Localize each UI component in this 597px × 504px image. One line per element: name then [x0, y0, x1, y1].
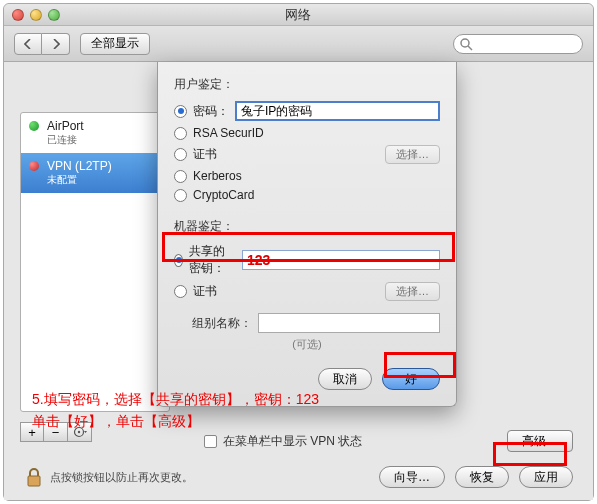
back-button[interactable] — [14, 33, 42, 55]
radio-icon — [174, 254, 183, 267]
radio-icon — [174, 170, 187, 183]
sidebar-item-vpn[interactable]: VPN (L2TP) 未配置 — [21, 153, 169, 193]
svg-rect-4 — [28, 476, 40, 486]
radio-icon — [174, 148, 187, 161]
zoom-icon[interactable] — [48, 9, 60, 21]
chevron-right-icon — [52, 39, 60, 49]
revert-button[interactable]: 恢复 — [455, 466, 509, 488]
ok-button[interactable]: 好 — [382, 368, 440, 390]
groupname-label: 组别名称： — [174, 315, 252, 332]
sidebar-item-label: AirPort — [47, 119, 159, 133]
auth-sheet: 用户鉴定： 密码： RSA SecurID 证书 选择… Kerberos — [157, 62, 457, 407]
sidebar-item-sub: 已连接 — [47, 133, 159, 147]
choose-cert-button[interactable]: 选择… — [385, 145, 440, 164]
groupname-field[interactable] — [258, 313, 440, 333]
close-icon[interactable] — [12, 9, 24, 21]
sidebar-item-airport[interactable]: AirPort 已连接 — [21, 113, 169, 153]
status-dot-icon — [29, 161, 39, 171]
radio-label: 证书 — [193, 283, 217, 300]
radio-kerberos[interactable]: Kerberos — [174, 169, 440, 183]
radio-cert[interactable]: 证书 选择… — [174, 145, 440, 164]
toolbar: 全部显示 — [4, 26, 593, 62]
checkbox-icon — [204, 435, 217, 448]
checkbox-label: 在菜单栏中显示 VPN 状态 — [223, 433, 362, 450]
shared-key-field[interactable] — [242, 250, 440, 270]
password-field[interactable] — [235, 101, 440, 121]
radio-icon — [174, 189, 187, 202]
search-icon — [459, 37, 473, 51]
radio-rsa[interactable]: RSA SecurID — [174, 126, 440, 140]
traffic-lights — [12, 9, 60, 21]
advanced-button[interactable]: 高级… — [507, 430, 573, 452]
radio-icon — [174, 285, 187, 298]
nav-back-forward — [14, 33, 70, 55]
bottom-buttons: 向导… 恢复 应用 — [379, 466, 573, 488]
sidebar-item-sub: 未配置 — [47, 173, 159, 187]
chevron-left-icon — [24, 39, 32, 49]
status-dot-icon — [29, 121, 39, 131]
machineauth-heading: 机器鉴定： — [174, 218, 440, 235]
radio-crypto[interactable]: CryptoCard — [174, 188, 440, 202]
annotation-text: 5.填写密码，选择【共享的密钥】，密钥：123 单击【好】，单击【高级】 — [32, 388, 319, 433]
svg-line-1 — [468, 46, 472, 50]
window-title: 网络 — [60, 6, 535, 24]
search-input[interactable] — [453, 34, 583, 54]
radio-icon — [174, 127, 187, 140]
groupname-row: 组别名称： — [174, 313, 440, 333]
radio-label: 共享的密钥： — [189, 243, 236, 277]
optional-hint: (可选) — [174, 337, 440, 352]
lock-icon[interactable] — [24, 466, 44, 488]
sheet-buttons: 取消 好 — [174, 368, 440, 390]
choose-cert-machine-button[interactable]: 选择… — [385, 282, 440, 301]
radio-label: RSA SecurID — [193, 126, 264, 140]
prefs-window: 网络 全部显示 AirPort 已连接 VPN ( — [3, 3, 594, 501]
services-sidebar: AirPort 已连接 VPN (L2TP) 未配置 — [20, 112, 170, 412]
advanced-row: 在菜单栏中显示 VPN 状态 高级… — [204, 430, 573, 452]
radio-password[interactable]: 密码： — [174, 101, 440, 121]
show-vpn-status-checkbox[interactable]: 在菜单栏中显示 VPN 状态 — [204, 433, 362, 450]
annotation-line2: 单击【好】，单击【高级】 — [32, 410, 319, 432]
radio-shared-key[interactable]: 共享的密钥： — [174, 243, 440, 277]
apply-button[interactable]: 应用 — [519, 466, 573, 488]
show-all-button[interactable]: 全部显示 — [80, 33, 150, 55]
radio-label: 密码： — [193, 103, 229, 120]
titlebar: 网络 — [4, 4, 593, 26]
radio-label: 证书 — [193, 146, 217, 163]
forward-button[interactable] — [42, 33, 70, 55]
radio-cert-machine[interactable]: 证书 选择… — [174, 282, 440, 301]
lock-row: 点按锁按钮以防止再次更改。 — [24, 466, 193, 488]
content: AirPort 已连接 VPN (L2TP) 未配置 + − 在菜单栏中显示 V… — [4, 62, 593, 500]
annotation-line1: 5.填写密码，选择【共享的密钥】，密钥：123 — [32, 388, 319, 410]
radio-icon — [174, 105, 187, 118]
svg-point-0 — [461, 39, 469, 47]
bottom-row: 点按锁按钮以防止再次更改。 向导… 恢复 应用 — [4, 466, 593, 488]
cancel-button[interactable]: 取消 — [318, 368, 372, 390]
sidebar-item-label: VPN (L2TP) — [47, 159, 159, 173]
assist-button[interactable]: 向导… — [379, 466, 445, 488]
minimize-icon[interactable] — [30, 9, 42, 21]
radio-label: CryptoCard — [193, 188, 254, 202]
userauth-heading: 用户鉴定： — [174, 76, 440, 93]
radio-label: Kerberos — [193, 169, 242, 183]
lock-text: 点按锁按钮以防止再次更改。 — [50, 470, 193, 485]
